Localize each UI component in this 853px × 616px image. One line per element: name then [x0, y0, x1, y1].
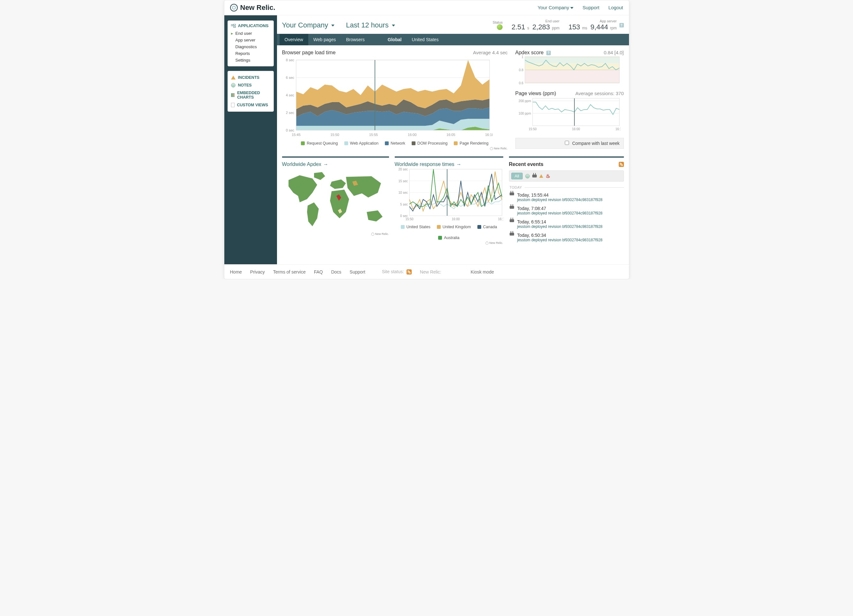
event-item[interactable]: Today, 7:08:47jesstom deployed revision …	[509, 204, 624, 217]
sidebar-item-label: EMBEDDED CHARTS	[237, 91, 270, 100]
svg-text:8 sec: 8 sec	[285, 58, 294, 62]
top-logout-link[interactable]: Logout	[609, 5, 623, 10]
triangle-icon	[231, 76, 235, 79]
legend-label: Request Queuing	[307, 141, 338, 146]
rss-icon[interactable]	[407, 269, 412, 275]
legend-item[interactable]: Network	[385, 141, 405, 146]
svg-rect-24	[525, 57, 619, 64]
legend-swatch	[437, 225, 441, 229]
sidebar-item-diagnostics[interactable]: Diagnostics	[231, 43, 270, 50]
legend-swatch	[345, 141, 348, 145]
svg-rect-26	[525, 70, 619, 83]
filter-alert-icon[interactable]: ♨	[546, 173, 550, 179]
legend-swatch	[385, 141, 389, 145]
tab-global[interactable]: Global	[382, 34, 407, 46]
sidebar-item-label: NOTES	[238, 83, 252, 88]
footer-link-docs[interactable]: Docs	[331, 269, 342, 275]
caret-down-icon	[570, 7, 574, 9]
event-item[interactable]: Today, 15:55:44jesstom deployed revision…	[509, 191, 624, 204]
sidebar-item-reports[interactable]: Reports	[231, 50, 270, 57]
response-times-chart[interactable]: 20 sec15 sec10 sec5 sec0 sec15:5016:0016…	[395, 167, 503, 222]
compare-label: Compare with last week	[572, 141, 620, 146]
top-support-link[interactable]: Support	[583, 5, 600, 10]
footer: HomePrivacyTerms of serviceFAQDocsSuppor…	[224, 264, 629, 279]
worldwide-apdex-map[interactable]	[282, 167, 387, 231]
deploy-icon	[510, 233, 514, 235]
event-desc: jesstom deployed revision bf9302784c9831…	[517, 225, 603, 229]
timerange-dropdown[interactable]: Last 12 hours	[346, 21, 395, 29]
svg-point-2	[233, 7, 235, 9]
help-icon[interactable]: ?	[546, 51, 551, 55]
worldwide-response-link[interactable]: Worldwide response times→	[395, 161, 503, 167]
legend-swatch	[454, 141, 458, 145]
legend-label: Web Application	[350, 141, 378, 146]
sidebar-item-end-user[interactable]: End user	[231, 30, 270, 37]
caret-down-icon	[392, 24, 395, 26]
footer-link-support[interactable]: Support	[350, 269, 366, 275]
legend-item[interactable]: Page Rendering	[454, 141, 488, 146]
legend-item[interactable]: United Kingdom	[437, 225, 471, 229]
svg-text:4 sec: 4 sec	[285, 93, 294, 97]
sidebar-item-embedded-charts[interactable]: EMBEDDED CHARTS	[231, 89, 270, 101]
footer-link-faq[interactable]: FAQ	[314, 269, 323, 275]
sidebar-item-label: CUSTOM VIEWS	[237, 103, 269, 107]
event-item[interactable]: Today, 6:50:34jesstom deployed revision …	[509, 231, 624, 244]
legend-item[interactable]: Canada	[477, 225, 497, 229]
recent-events-title: Recent events	[509, 161, 544, 167]
sidebar-applications-title[interactable]: APPLICATIONS	[231, 23, 270, 28]
main-header: Your Company Last 12 hours Status End us…	[277, 15, 629, 34]
legend-item[interactable]: DOM Processing	[412, 141, 448, 146]
filter-incident-icon[interactable]	[539, 174, 543, 178]
legend-swatch	[477, 225, 481, 229]
footer-link-terms-of-service[interactable]: Terms of service	[273, 269, 306, 275]
legend-swatch	[412, 141, 416, 145]
help-icon[interactable]: ?	[619, 23, 624, 27]
top-company-dropdown[interactable]: Your Company	[538, 5, 575, 10]
kiosk-mode-link[interactable]: Kiosk mode	[471, 269, 494, 275]
browser-load-chart[interactable]: 8 sec6 sec4 sec2 sec0 sec15:4515:5015:55…	[282, 58, 493, 138]
pageviews-title: Page views (ppm)	[515, 91, 556, 96]
sidebar-item-notes[interactable]: NOTES	[231, 81, 270, 89]
legend-item[interactable]: Web Application	[345, 141, 378, 146]
sidebar-item-settings[interactable]: Settings	[231, 57, 270, 64]
svg-text:5 sec: 5 sec	[400, 203, 408, 206]
compare-checkbox-row[interactable]: Compare with last week	[515, 138, 624, 149]
footer-link-home[interactable]: Home	[230, 269, 242, 275]
site-status-label: Site status:	[382, 269, 412, 275]
rss-icon[interactable]	[619, 162, 624, 167]
sidebar-item-custom-views[interactable]: CUSTOM VIEWS	[231, 101, 270, 109]
tab-united-states[interactable]: United States	[407, 34, 443, 46]
pageviews-chart[interactable]: 200 ppm100 ppm15:5016:0016:10	[515, 96, 621, 132]
event-item[interactable]: Today, 6:55:14jesstom deployed revision …	[509, 217, 624, 231]
footer-link-privacy[interactable]: Privacy	[250, 269, 265, 275]
sidebar-item-incidents[interactable]: INCIDENTS	[231, 74, 270, 81]
filter-notes-icon[interactable]	[525, 174, 530, 178]
event-desc: jesstom deployed revision bf9302784c9831…	[517, 211, 603, 215]
compare-checkbox[interactable]	[565, 141, 569, 145]
svg-rect-34	[533, 98, 619, 126]
apdex-chart[interactable]: 10.80.6	[515, 56, 621, 84]
svg-rect-4	[234, 24, 235, 25]
legend-label: United Kingdom	[443, 225, 471, 229]
arrow-right-icon: →	[456, 161, 461, 167]
legend-swatch	[401, 225, 405, 229]
legend-item[interactable]: Request Queuing	[301, 141, 338, 146]
tab-web-pages[interactable]: Web pages	[308, 34, 341, 46]
filter-deploy-icon[interactable]	[532, 174, 537, 178]
tab-browsers[interactable]: Browsers	[341, 34, 370, 46]
main-tabs: OverviewWeb pagesBrowsersGlobalUnited St…	[277, 34, 629, 46]
tab-overview[interactable]: Overview	[279, 34, 308, 46]
caret-down-icon	[331, 24, 334, 26]
brand-logo: New Relic.	[230, 3, 275, 12]
filter-all[interactable]: All	[511, 173, 523, 179]
legend-item[interactable]: United States	[401, 225, 431, 229]
worldwide-apdex-link[interactable]: Worldwide Apdex→	[282, 161, 389, 167]
enduser-label: End user	[511, 19, 559, 23]
status-indicator-icon	[497, 24, 502, 30]
sidebar-item-app-server[interactable]: App server	[231, 37, 270, 43]
pageviews-subtitle: Average sessions: 370	[575, 91, 624, 96]
legend-item[interactable]: Australia	[438, 235, 460, 240]
load-chart-subtitle: Average 4.4 sec	[473, 50, 507, 55]
event-time: Today, 6:55:14	[517, 219, 603, 225]
scope-dropdown[interactable]: Your Company	[282, 21, 335, 29]
